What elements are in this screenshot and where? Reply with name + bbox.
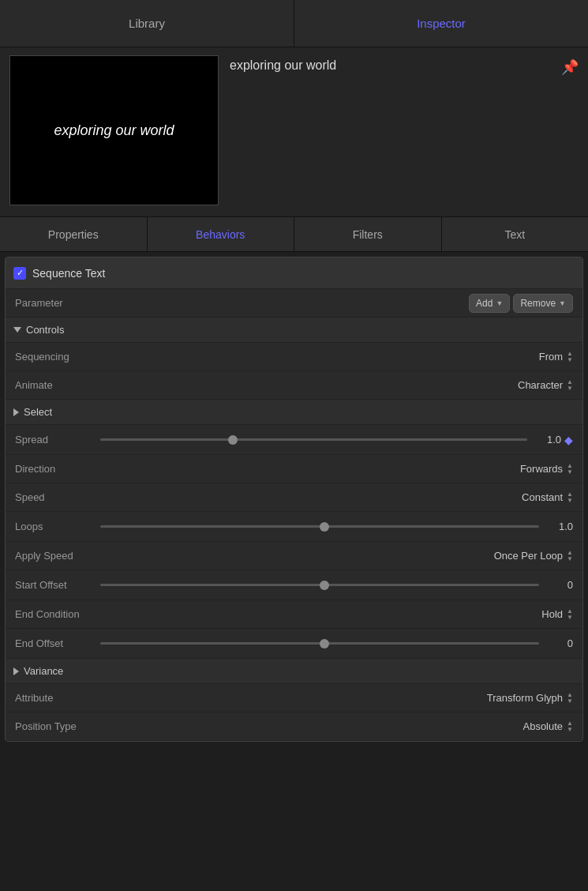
sequencing-row: Sequencing From ▲ ▼ — [6, 343, 582, 371]
remove-dropdown[interactable]: Remove ▼ — [513, 294, 573, 313]
direction-value-container: Forwards ▲ ▼ — [520, 463, 573, 476]
attribute-stepper[interactable]: ▲ ▼ — [567, 692, 573, 705]
variance-expand-icon — [13, 667, 19, 675]
controls-label: Controls — [26, 324, 64, 336]
end-offset-slider-track — [100, 642, 539, 645]
apply-speed-stepper[interactable]: ▲ ▼ — [567, 550, 573, 562]
add-chevron-icon: ▼ — [496, 299, 503, 307]
attribute-stepper-down[interactable]: ▼ — [567, 698, 573, 705]
select-label: Select — [24, 406, 52, 418]
parameter-controls: Add ▼ Remove ▼ — [469, 294, 573, 313]
speed-value: Constant — [522, 491, 563, 503]
spread-slider-thumb[interactable] — [228, 435, 238, 445]
sub-tabs: Properties Behaviors Filters Text — [0, 217, 588, 252]
speed-stepper[interactable]: ▲ ▼ — [567, 491, 573, 504]
end-condition-row: End Condition Hold ▲ ▼ — [6, 600, 582, 629]
speed-stepper-down[interactable]: ▼ — [567, 498, 573, 504]
start-offset-slider-track — [100, 584, 539, 586]
preview-thumbnail: exploring our world — [9, 55, 219, 205]
start-offset-slider-container[interactable] — [100, 584, 539, 586]
position-type-row: Position Type Absolute ▲ ▼ — [6, 712, 582, 741]
speed-value-container: Constant ▲ ▼ — [522, 491, 573, 504]
end-condition-stepper-down[interactable]: ▼ — [567, 615, 573, 621]
tab-filters[interactable]: Filters — [294, 217, 442, 251]
select-expand-icon — [13, 408, 19, 416]
sequence-text-checkbox[interactable] — [13, 267, 26, 280]
main-panel: Sequence Text Parameter Add ▼ Remove ▼ C… — [5, 257, 583, 742]
end-condition-stepper[interactable]: ▲ ▼ — [567, 608, 573, 621]
direction-stepper-down[interactable]: ▼ — [567, 469, 573, 476]
tab-properties[interactable]: Properties — [0, 217, 148, 251]
controls-collapse-icon — [13, 327, 21, 333]
spread-row: Spread 1.0 ◆ — [6, 425, 582, 455]
animate-stepper[interactable]: ▲ ▼ — [567, 379, 573, 392]
sequencing-stepper-down[interactable]: ▼ — [567, 357, 573, 363]
direction-stepper[interactable]: ▲ ▼ — [567, 463, 573, 476]
sequencing-stepper[interactable]: ▲ ▼ — [567, 351, 573, 363]
end-condition-value-container: Hold ▲ ▼ — [541, 608, 573, 621]
apply-speed-value-container: Once Per Loop ▲ ▼ — [494, 550, 573, 562]
spread-slider-track — [100, 438, 527, 441]
tab-behaviors[interactable]: Behaviors — [148, 217, 295, 251]
start-offset-value: 0 — [545, 579, 573, 591]
animate-value-container: Character ▲ ▼ — [518, 379, 573, 392]
spread-value: 1.0 — [534, 434, 561, 446]
apply-speed-stepper-down[interactable]: ▼ — [567, 556, 573, 562]
tab-text-label: Text — [504, 228, 525, 241]
variance-section-header[interactable]: Variance — [6, 659, 582, 684]
tab-behaviors-label: Behaviors — [196, 228, 245, 241]
sequence-text-title: Sequence Text — [32, 267, 105, 280]
parameter-label: Parameter — [15, 297, 102, 309]
speed-row: Speed Constant ▲ ▼ — [6, 483, 582, 512]
header-tabs: Library Inspector — [0, 0, 588, 47]
attribute-row: Attribute Transform Glyph ▲ ▼ — [6, 684, 582, 712]
sequencing-value-container: From ▲ ▼ — [539, 351, 573, 363]
position-type-stepper[interactable]: ▲ ▼ — [567, 720, 573, 733]
position-type-label: Position Type — [15, 720, 102, 732]
direction-label: Direction — [15, 463, 102, 475]
start-offset-label: Start Offset — [15, 579, 94, 591]
end-offset-slider-container[interactable] — [100, 642, 539, 645]
inspector-tab-label: Inspector — [417, 17, 466, 30]
loops-value: 1.0 — [545, 521, 573, 532]
spread-slider-container[interactable] — [100, 438, 527, 441]
remove-dropdown-label: Remove — [520, 298, 556, 309]
sequence-text-section-header: Sequence Text — [6, 258, 582, 289]
add-dropdown[interactable]: Add ▼ — [469, 294, 510, 313]
end-offset-label: End Offset — [15, 637, 94, 649]
preview-info: exploring our world 📌 — [230, 55, 579, 76]
end-condition-value: Hold — [541, 608, 563, 620]
pin-icon[interactable]: 📌 — [561, 58, 579, 76]
apply-speed-value: Once Per Loop — [494, 550, 563, 562]
animate-stepper-down[interactable]: ▼ — [567, 385, 573, 392]
preview-area: exploring our world exploring our world … — [0, 47, 588, 217]
tab-library[interactable]: Library — [0, 0, 294, 47]
thumbnail-text: exploring our world — [54, 122, 174, 139]
spread-keyframe-icon[interactable]: ◆ — [564, 434, 573, 446]
animate-label: Animate — [15, 379, 102, 391]
tab-text[interactable]: Text — [442, 217, 589, 251]
loops-slider-thumb[interactable] — [320, 522, 329, 532]
sequencing-label: Sequencing — [15, 351, 102, 363]
select-section-header[interactable]: Select — [6, 400, 582, 425]
speed-label: Speed — [15, 491, 102, 503]
animate-value: Character — [518, 379, 563, 391]
controls-section-header[interactable]: Controls — [6, 318, 582, 343]
preview-title-row: exploring our world 📌 — [230, 58, 579, 76]
parameter-row: Parameter Add ▼ Remove ▼ — [6, 289, 582, 318]
direction-row: Direction Forwards ▲ ▼ — [6, 455, 582, 483]
end-offset-slider-thumb[interactable] — [320, 639, 329, 649]
position-type-value-container: Absolute ▲ ▼ — [522, 720, 573, 733]
loops-label: Loops — [15, 521, 94, 532]
position-type-stepper-down[interactable]: ▼ — [567, 727, 573, 733]
preview-title: exploring our world — [230, 58, 336, 73]
start-offset-row: Start Offset 0 — [6, 570, 582, 600]
loops-slider-track — [100, 525, 539, 528]
loops-row: Loops 1.0 — [6, 512, 582, 542]
loops-slider-container[interactable] — [100, 525, 539, 528]
add-dropdown-label: Add — [476, 298, 492, 309]
start-offset-slider-thumb[interactable] — [320, 581, 329, 590]
animate-row: Animate Character ▲ ▼ — [6, 371, 582, 400]
variance-label: Variance — [24, 665, 63, 677]
tab-inspector[interactable]: Inspector — [294, 0, 588, 47]
